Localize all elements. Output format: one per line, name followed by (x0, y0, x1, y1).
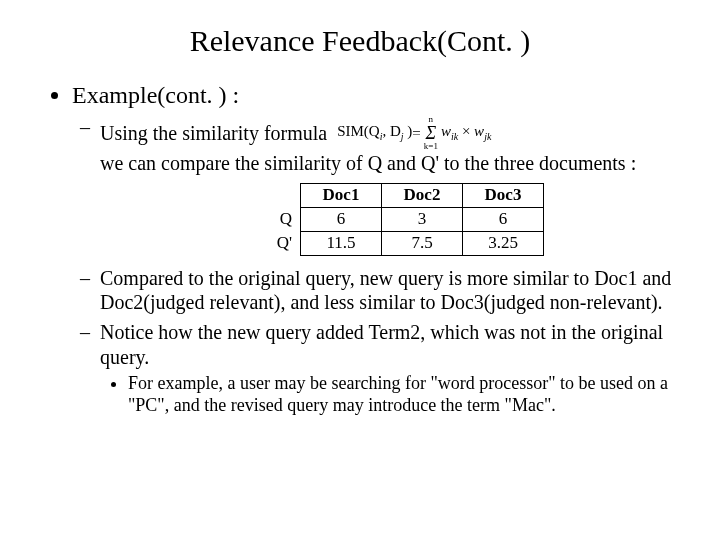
cell-qprime-doc3: 3.25 (463, 231, 544, 255)
cell-qprime-doc2: 7.5 (382, 231, 463, 255)
bullet-list-level3: For example, a user may be searching for… (100, 373, 684, 417)
bullet-list-level2: Using the similarity formula SIM(Qi, Dj … (72, 115, 684, 417)
l3-item-example: For example, a user may be searching for… (128, 373, 684, 417)
formula-sim: SIM(Q (337, 123, 380, 139)
formula-comma-d: , D (382, 123, 400, 139)
l2-item1-line1: Using the similarity formula (100, 121, 327, 145)
l1-item-example-text: Example(cont. ) : (72, 82, 239, 108)
slide-title: Relevance Feedback(Cont. ) (36, 24, 684, 58)
l1-item-example: Example(cont. ) : Using the similarity f… (72, 82, 684, 417)
formula-w2: w (474, 123, 484, 139)
l2-item1-line2: we can compare the similarity of Q and Q… (100, 151, 684, 175)
cell-q-doc3: 6 (463, 208, 544, 232)
summation-icon: n Σ k=1 (424, 115, 438, 151)
sum-lower: k=1 (424, 142, 438, 151)
row-label-q: Q (220, 208, 301, 232)
formula-equals: = (412, 124, 420, 142)
table-row: Q' 11.5 7.5 3.25 (220, 231, 544, 255)
similarity-table-wrap: Doc1 Doc2 Doc3 Q 6 3 6 (220, 183, 684, 255)
cell-q-doc2: 3 (382, 208, 463, 232)
cell-qprime-doc1: 11.5 (301, 231, 382, 255)
formula-times: × (458, 123, 474, 139)
sigma-icon: Σ (424, 124, 438, 142)
bullet-list-level1: Example(cont. ) : Using the similarity f… (36, 82, 684, 417)
table-row: Q 6 3 6 (220, 208, 544, 232)
formula-w1: w (441, 123, 451, 139)
formula-close: ) (404, 123, 413, 139)
l2-item-notice-text: Notice how the new query added Term2, wh… (100, 321, 663, 367)
cell-q-doc1: 6 (301, 208, 382, 232)
table-header-row: Doc1 Doc2 Doc3 (220, 184, 544, 208)
table-header-doc2: Doc2 (382, 184, 463, 208)
table-header-spacer (220, 184, 301, 208)
formula-line: Using the similarity formula SIM(Qi, Dj … (100, 115, 684, 151)
similarity-formula: SIM(Qi, Dj ) = n Σ k=1 wik × wjk (337, 115, 491, 151)
l2-item-compared: Compared to the original query, new quer… (100, 266, 684, 315)
l2-item-notice: Notice how the new query added Term2, wh… (100, 320, 684, 417)
formula-w2-sub: jk (484, 131, 491, 142)
similarity-table: Doc1 Doc2 Doc3 Q 6 3 6 (220, 183, 544, 255)
slide: Relevance Feedback(Cont. ) Example(cont.… (0, 0, 720, 540)
table-header-doc1: Doc1 (301, 184, 382, 208)
row-label-qprime: Q' (220, 231, 301, 255)
table-header-doc3: Doc3 (463, 184, 544, 208)
l2-item-using-formula: Using the similarity formula SIM(Qi, Dj … (100, 115, 684, 256)
